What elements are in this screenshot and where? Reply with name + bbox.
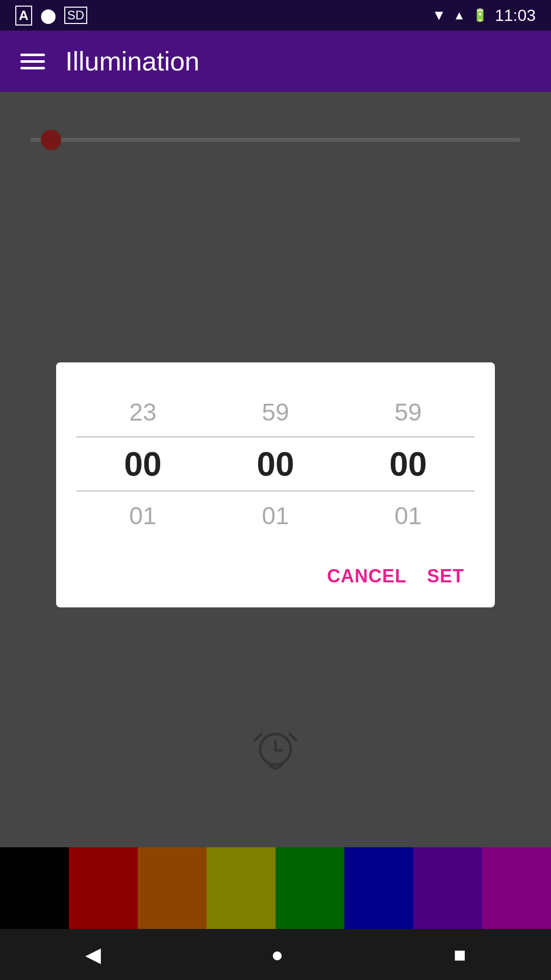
picker-minutes-below: 01 [209,492,342,535]
picker-columns: 23 00 01 59 00 01 59 00 01 [77,393,474,535]
alarm-area [250,723,301,776]
color-dark-blue[interactable] [344,847,413,929]
picker-col-hours[interactable]: 23 00 01 [77,393,209,535]
a-icon: A [15,6,32,26]
picker-hours-below: 01 [77,492,209,535]
status-bar: A ⬤ SD ▼ ▲ 🔋 11:03 [0,0,551,31]
hamburger-menu-icon[interactable] [20,54,45,69]
color-olive[interactable] [207,847,276,929]
color-indigo[interactable] [413,847,482,929]
back-button[interactable]: ◀ [85,943,101,966]
picker-col-minutes[interactable]: 59 00 01 [209,393,342,535]
status-bar-left: A ⬤ SD [15,6,87,26]
app-bar: Illumination [0,31,551,92]
battery-icon: 🔋 [472,8,488,22]
home-button[interactable]: ● [271,943,283,966]
color-dark-green[interactable] [276,847,344,929]
picker-col-seconds[interactable]: 59 00 01 [342,393,474,535]
nav-bar: ◀ ● ■ [0,929,551,980]
status-time: 11:03 [495,6,536,25]
color-black[interactable] [0,847,69,929]
color-purple[interactable] [482,847,551,929]
picker-minutes-current[interactable]: 00 [209,436,342,492]
status-bar-right: ▼ ▲ 🔋 11:03 [432,6,536,25]
color-orange[interactable] [138,847,207,929]
picker-hours-current[interactable]: 00 [77,436,209,492]
app-title: Illumination [65,46,199,77]
main-content: 23 00 01 59 00 01 59 00 01 [0,92,551,878]
picker-seconds-current[interactable]: 00 [342,436,474,492]
picker-seconds-above: 59 [342,393,474,436]
circle-icon: ⬤ [40,7,56,24]
time-picker-dialog: 23 00 01 59 00 01 59 00 01 [56,362,495,607]
wifi-icon: ▼ [432,7,446,23]
set-button[interactable]: SET [427,566,464,587]
signal-icon: ▲ [453,8,465,22]
color-bar [0,847,551,929]
picker-minutes-above: 59 [209,393,342,436]
recent-button[interactable]: ■ [454,943,466,966]
cancel-button[interactable]: CANCEL [327,566,407,587]
picker-hours-above: 23 [77,393,209,436]
picker-seconds-below: 01 [342,492,474,535]
color-dark-red[interactable] [69,847,138,929]
sd-icon: SD [64,7,87,24]
dialog-buttons: CANCEL SET [77,566,474,587]
alarm-icon[interactable] [250,723,301,774]
